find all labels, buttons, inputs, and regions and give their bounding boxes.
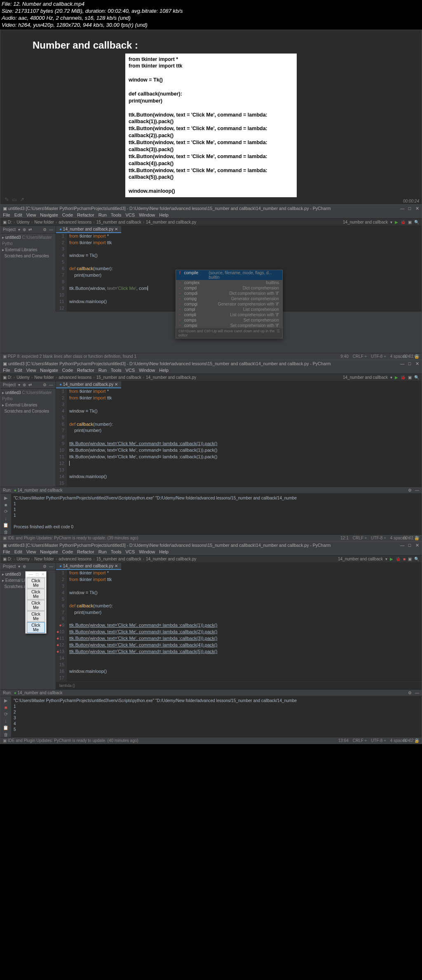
more-icon[interactable]: ▣ [408,375,412,380]
tk-button[interactable]: Click Me [27,600,45,611]
autocomplete-popup[interactable]: fcompile(source, filename, mode, flags, … [176,270,283,338]
run-output[interactable]: "C:\Users\Master Python\PycharmProjects\… [11,696,422,737]
menu-item[interactable]: Code [62,549,73,554]
editor-tab[interactable]: ● 14_number and callback.py ✕ [56,563,121,570]
run-config[interactable]: 14_number and callback [343,375,388,380]
menu-item[interactable]: Code [62,368,73,373]
tree-scratch[interactable]: Scratches and Consoles [2,408,54,414]
run-button[interactable]: ▶ [395,220,398,224]
chevron-down-icon[interactable]: ▾ [390,220,392,224]
menu-item[interactable]: Run [98,368,107,373]
menu-bar[interactable]: FileEditViewNavigateCodeRefactorRunTools… [0,212,422,218]
close-icon[interactable]: ✕ [415,543,419,548]
menu-item[interactable]: Refactor [77,368,94,373]
menu-item[interactable]: View [26,368,36,373]
menu-item[interactable]: Tools [111,212,122,217]
max-icon[interactable]: □ [408,361,412,366]
close-icon[interactable]: ✕ [415,361,419,366]
menu-item[interactable]: Window [139,549,155,554]
menu-item[interactable]: File [3,212,10,217]
gear-icon[interactable]: ⚙ [43,383,47,387]
menu-item[interactable]: View [26,212,36,217]
menu-item[interactable]: Refactor [77,212,94,217]
autocomplete-item[interactable]: ·compliList comprehension with 'if' [176,312,282,317]
project-sidebar[interactable]: Project▾⊕⇄⚙— ▸ untitled3 C:\Users\Master… [0,381,56,487]
project-sidebar[interactable]: Project▾⊕⇄⚙— ▸ untitled3 C:\Users\Master… [0,226,56,312]
editor[interactable]: ● 14_number and callback.py ✕ 1234567891… [56,381,422,487]
menu-item[interactable]: Navigate [40,212,58,217]
menu-item[interactable]: Refactor [77,549,94,554]
search-icon[interactable]: 🔍 [414,557,419,561]
gear-icon[interactable]: ⚙ [408,488,412,492]
search-icon[interactable]: 🔍 [414,375,419,380]
menu-item[interactable]: Navigate [40,549,58,554]
menu-item[interactable]: Code [62,212,73,217]
breadcrumb[interactable]: ▣ D:›Udemy›New folder›advanced lessons›1… [3,375,196,380]
min-icon[interactable]: — [400,206,404,211]
tree-root[interactable]: ▸ untitled3 C:\Users\Master Pytho [2,390,54,402]
autocomplete-item[interactable]: ·compgiGenerator comprehension with 'if' [176,301,282,307]
run-button[interactable]: ▶ [395,375,398,380]
debug-button[interactable]: 🐞 [401,220,406,224]
autocomplete-item[interactable]: ·compsiSet comprehension with 'if' [176,323,282,328]
menu-item[interactable]: VCS [126,549,135,554]
menu-item[interactable]: VCS [126,212,135,217]
search-icon[interactable]: 🔍 [414,220,419,224]
autocomplete-item[interactable]: ·complList comprehension [176,307,282,312]
debug-button[interactable]: 🐞 [401,375,406,380]
menu-item[interactable]: Run [98,549,107,554]
run-button[interactable]: ▶ [390,557,393,561]
menu-item[interactable]: File [3,549,10,554]
run-config[interactable]: 14_number and callback [343,220,388,224]
min-icon[interactable]: — [400,543,404,548]
menu-item[interactable]: View [26,549,36,554]
menu-item[interactable]: Edit [14,549,22,554]
max-icon[interactable]: □ [408,206,412,211]
tkinter-window[interactable]: — □ ✕ Click MeClick MeClick MeClick MeCl… [25,571,47,634]
autocomplete-item[interactable]: ·compgGenerator comprehension [176,296,282,301]
editor[interactable]: ● 14_number and callback.py ✕ 12345678●9… [56,563,422,689]
breadcrumb[interactable]: ▣ D:›Udemy›New folder›advanced lessons›1… [3,557,196,561]
run-toolbar[interactable]: ▶■⟳↓📋🗑 [0,696,11,737]
tk-min[interactable]: — [29,572,33,576]
tree-libs[interactable]: ▸ External Libraries [2,402,54,408]
autocomplete-item[interactable]: ·complexbuiltins [176,280,282,285]
autocomplete-item[interactable]: ·compdDict comprehension [176,285,282,291]
editor-tab[interactable]: ● 14_number and callback.py ✕ [56,381,121,388]
close-icon[interactable]: ✕ [415,206,419,211]
menu-item[interactable]: Edit [14,212,22,217]
menu-bar[interactable]: FileEditViewNavigateCodeRefactorRunTools… [0,548,422,555]
breadcrumb[interactable]: ▣ D:›Udemy›New folder›advanced lessons›1… [3,220,196,224]
min-icon[interactable]: — [400,361,404,366]
tk-button[interactable]: Click Me [27,622,45,633]
tree-root[interactable]: ▸ untitled3 C:\Users\Master Pytho [2,234,54,247]
run-output[interactable]: "C:\Users\Master Python\PycharmProjects\… [11,494,422,534]
menu-item[interactable]: Help [159,368,169,373]
menu-item[interactable]: Run [98,212,107,217]
tree-scratch[interactable]: Scratches and Consoles [2,253,54,259]
menu-item[interactable]: Edit [14,368,22,373]
autocomplete-item[interactable]: ·compsSet comprehension [176,317,282,323]
more-icon[interactable]: ▣ [408,220,412,224]
max-icon[interactable]: □ [408,543,412,548]
menu-item[interactable]: Help [159,212,169,217]
tk-button[interactable]: Click Me [27,578,45,588]
menu-item[interactable]: Help [159,549,169,554]
code-area[interactable]: from tkinter import * from tkinter impor… [67,570,422,681]
menu-item[interactable]: VCS [126,368,135,373]
gear-icon[interactable]: ⚙ [43,227,47,232]
tree-libs[interactable]: ▸ External Libraries [2,247,54,253]
tk-close[interactable]: ✕ [41,572,45,576]
menu-item[interactable]: Tools [111,549,122,554]
menu-item[interactable]: Tools [111,368,122,373]
chevron-down-icon[interactable]: ▾ [390,375,392,380]
tk-max[interactable]: □ [36,572,38,576]
menu-item[interactable]: Window [139,212,155,217]
menu-item[interactable]: File [3,368,10,373]
run-panel-head[interactable]: Run: ● 14_number and callback⚙— [0,689,422,696]
menu-item[interactable]: Window [139,368,155,373]
stop-button[interactable]: ■ [403,557,406,561]
tk-button[interactable]: Click Me [27,611,45,622]
run-panel-head[interactable]: Run: ● 14_number and callback⚙— [0,487,422,494]
debug-button[interactable]: 🐞 [396,557,401,561]
